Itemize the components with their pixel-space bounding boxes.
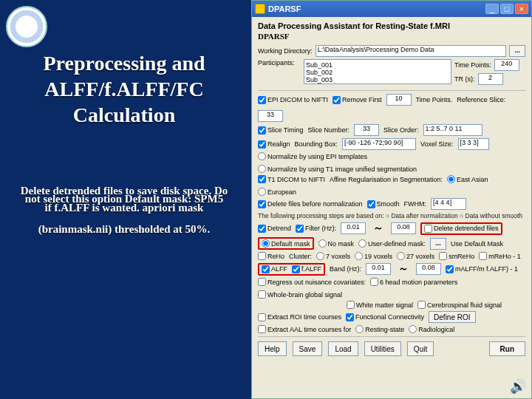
app-header: Data Processing Assistant for Resting-St… — [258, 21, 525, 30]
radiological-radio[interactable]: Radiological — [409, 325, 454, 333]
participants-list[interactable]: Sub_001 Sub_002 Sub_003 — [304, 59, 451, 84]
annotation-line: (brainmask.nii) thresholded at 50%. — [13, 223, 235, 236]
run-button[interactable]: Run — [489, 341, 525, 356]
east-asian-radio[interactable]: East Asian — [447, 175, 488, 183]
maximize-button[interactable]: □ — [500, 4, 514, 14]
ref-slice-input[interactable]: 33 — [258, 110, 283, 122]
tr-label: TR (s): — [454, 75, 475, 83]
head-motion-checkbox[interactable]: 6 head motion parameters — [370, 278, 457, 286]
audio-icon: 🔊 — [510, 378, 526, 395]
slide-annotation: Delete detrended files to save disk spac… — [13, 185, 235, 236]
cluster-7-radio[interactable]: 7 voxels — [316, 252, 350, 260]
voxel-label: Voxel Size: — [420, 140, 454, 148]
alff-checkbox[interactable]: ALFF — [262, 265, 287, 273]
t1-dicom-checkbox[interactable]: T1 DICOM to NIFTI — [258, 175, 325, 183]
falff-checkbox[interactable]: f.ALFF — [292, 265, 321, 273]
cluster-27-radio[interactable]: 27 voxels — [397, 252, 434, 260]
save-button[interactable]: Save — [293, 341, 323, 356]
filter-hi-input[interactable]: 0.08 — [391, 222, 416, 234]
tilde-icon: ～ — [373, 222, 383, 235]
fwhm-label: FWHM: — [404, 200, 427, 208]
slice-timing-checkbox[interactable]: Slice Timing — [258, 126, 304, 134]
app-subtitle: DPARSF — [258, 32, 525, 41]
workdir-input[interactable]: L:\DataAnalysis\Processing Demo Data — [316, 45, 506, 57]
user-mask-radio[interactable]: User-defined mask: — [358, 239, 426, 248]
workdir-browse-button[interactable]: ... — [509, 45, 525, 57]
quit-button[interactable]: Quit — [407, 341, 434, 356]
voxel-input[interactable]: [3 3 3] — [458, 138, 489, 150]
malff-checkbox[interactable]: mALFF/m f.ALFF) - 1 — [446, 265, 518, 273]
detrend-checkbox[interactable]: Detrend — [258, 225, 291, 233]
european-radio[interactable]: European — [258, 188, 296, 196]
slice-order-label: Slice Order: — [383, 126, 419, 134]
load-button[interactable]: Load — [328, 341, 358, 356]
remove-first-input[interactable]: 10 — [386, 94, 412, 106]
slice-order-input[interactable]: 1:2 5..7 0 11 — [423, 124, 482, 136]
timepoints-label: Time Points: — [454, 61, 491, 69]
normalize-epi-radio[interactable]: Normalize by using EPI templates — [258, 152, 367, 160]
timepoints-input[interactable]: 240 — [494, 59, 519, 71]
cluster-19-radio[interactable]: 19 voxels — [355, 252, 392, 260]
timepoints-text: Time Points. — [416, 96, 453, 103]
utilities-button[interactable]: Utilities — [364, 341, 401, 356]
resting-state-radio[interactable]: Resting-state — [355, 325, 404, 333]
bbox-label: Bounding Box: — [295, 140, 338, 148]
highlight-alff: ALFF f.ALFF — [258, 263, 325, 276]
epi-dicom-checkbox[interactable]: EPI DICOM to NIFTI — [258, 96, 328, 104]
mreho-checkbox[interactable]: mReHo - 1 — [479, 252, 521, 260]
workdir-label: Working Directory: — [258, 47, 313, 55]
smreho-checkbox[interactable]: smReHo — [439, 252, 474, 260]
functional-connectivity-checkbox[interactable]: Functional Connectivity — [346, 313, 424, 321]
filter-lo-input[interactable]: 0.01 — [341, 222, 366, 234]
participants-label: Participants: — [258, 59, 301, 66]
slide-title: Preprocessing and ALFF/f.ALFF/FC Calcula… — [13, 50, 235, 128]
window-title: DPARSF — [268, 4, 301, 13]
app-icon — [255, 4, 265, 14]
fwhm-input[interactable]: [4 4 4] — [431, 198, 466, 210]
filter-checkbox[interactable]: Filter (Hz): — [296, 225, 336, 233]
highlight-default-mask: Default mask — [258, 237, 314, 250]
use-default-mask-label: Use Default Mask — [451, 240, 503, 248]
list-item[interactable]: Sub_003 — [306, 76, 449, 83]
white-matter-checkbox[interactable]: White matter signal — [347, 301, 413, 309]
global-signal-checkbox[interactable]: Whole-brain global signal — [258, 290, 342, 299]
dparsf-window: DPARSF _ □ × Data Processing Assistant f… — [251, 0, 532, 399]
band-hi-input[interactable]: 0.08 — [416, 263, 441, 275]
define-roi-button[interactable]: Define ROI — [429, 311, 475, 323]
affine-label: Affine Regularisation in Segmentation: — [330, 176, 443, 183]
university-logo — [6, 6, 47, 47]
csf-checkbox[interactable]: Cerebrospinal fluid signal — [417, 301, 502, 309]
band-lo-input[interactable]: 0.01 — [366, 263, 391, 275]
tr-input[interactable]: 2 — [478, 73, 503, 85]
extract-roi-checkbox[interactable]: Extract ROI time courses — [258, 313, 341, 321]
slice-number-label: Slice Number: — [308, 126, 350, 134]
close-button[interactable]: × — [515, 4, 528, 14]
minimize-button[interactable]: _ — [485, 4, 499, 14]
normalize-t1-radio[interactable]: Normalize by using T1 image unified segm… — [258, 165, 417, 173]
list-item[interactable]: Sub_002 — [306, 69, 449, 76]
no-mask-radio[interactable]: No mask — [318, 239, 355, 248]
reho-checkbox[interactable]: ReHo — [258, 252, 284, 260]
list-item[interactable]: Sub_001 — [306, 61, 449, 69]
ref-slice-label: Reference Slice: — [457, 96, 505, 103]
band-label: Band (Hz): — [330, 265, 361, 273]
cluster-label: Cluster: — [289, 253, 312, 260]
regress-nuisance-checkbox[interactable]: Regress out nuisance covariates: — [258, 278, 366, 286]
delete-before-norm-checkbox[interactable]: Delete files before normalization — [258, 200, 363, 208]
extract-aal-checkbox[interactable]: Extract AAL time courses for — [258, 325, 351, 333]
delete-detrended-checkbox[interactable]: Delete detrended files — [424, 225, 499, 233]
bbox-input[interactable]: [-90 -126 -72;90 90] — [342, 138, 416, 150]
titlebar: DPARSF _ □ × — [252, 1, 531, 17]
highlight-delete-detrended: Delete detrended files — [420, 222, 502, 235]
tilde-icon: ～ — [398, 262, 409, 276]
mask-browse-button[interactable]: ... — [430, 238, 446, 250]
remove-first-checkbox[interactable]: Remove First — [332, 96, 382, 104]
slice-number-input[interactable]: 33 — [354, 124, 379, 136]
default-mask-radio[interactable]: Default mask — [262, 239, 310, 248]
processing-note: The following processing steps are based… — [258, 212, 525, 219]
help-button[interactable]: Help — [258, 341, 287, 356]
realign-checkbox[interactable]: Realign — [258, 140, 290, 149]
annotation-line: if f.ALFF is wanted. apriori mask — [13, 202, 235, 214]
smooth-checkbox[interactable]: Smooth — [367, 200, 400, 208]
